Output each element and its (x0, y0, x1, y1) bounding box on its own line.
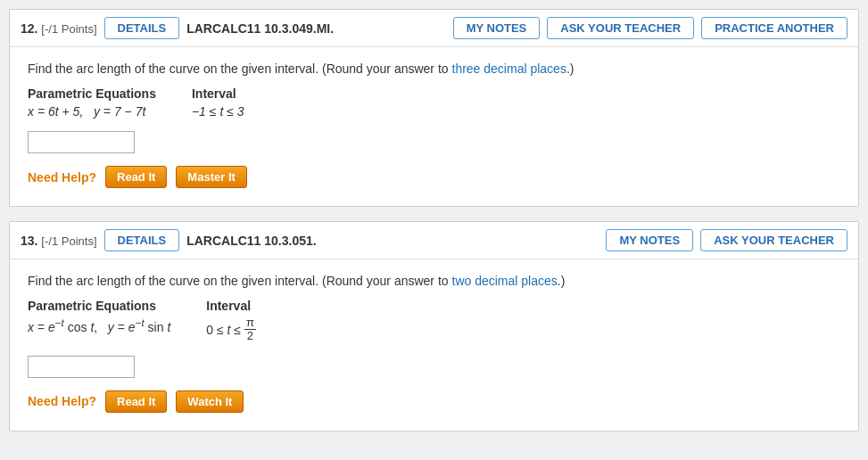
my-notes-button-13[interactable]: MY NOTES (606, 229, 693, 251)
question-12-header: 12. [-/1 Points] DETAILS LARCALC11 10.3.… (10, 10, 858, 47)
read-it-button-13[interactable]: Read It (105, 390, 167, 413)
param-eq-label-12: Parametric Equations (28, 86, 156, 101)
question-13-table: Parametric Equations x = e−t cos t, y = … (28, 299, 840, 343)
details-button-13[interactable]: DETAILS (104, 229, 180, 251)
need-help-12: Need Help? Read It Master It (28, 166, 840, 188)
practice-another-button-12[interactable]: PRACTICE ANOTHER (701, 17, 847, 39)
problem-code-12: LARCALC11 10.3.049.MI. (186, 21, 445, 36)
question-12-table: Parametric Equations x = 6t + 5, y = 7 −… (28, 86, 840, 119)
equation-12: x = 6t + 5, y = 7 − 7t (28, 104, 156, 119)
details-button-12[interactable]: DETAILS (104, 17, 180, 39)
answer-input-13[interactable] (28, 356, 135, 378)
question-12-body: Find the arc length of the curve on the … (10, 47, 858, 206)
question-12-block: 12. [-/1 Points] DETAILS LARCALC11 10.3.… (9, 9, 859, 207)
ask-teacher-button-12[interactable]: ASK YOUR TEACHER (547, 17, 694, 39)
interval-col-12: Interval −1 ≤ t ≤ 3 (192, 86, 244, 119)
need-help-label-13: Need Help? (28, 394, 96, 408)
param-eq-label-13: Parametric Equations (28, 299, 170, 313)
problem-code-13: LARCALC11 10.3.051. (186, 234, 599, 248)
interval-label-12: Interval (192, 86, 244, 101)
need-help-label-12: Need Help? (28, 170, 96, 185)
param-eq-col-12: Parametric Equations x = 6t + 5, y = 7 −… (28, 86, 156, 119)
question-13-number: 13. [-/1 Points] (21, 234, 97, 248)
pi-fraction: π 2 (244, 316, 256, 343)
question-12-number: 12. [-/1 Points] (21, 21, 97, 36)
master-it-button-12[interactable]: Master It (176, 166, 246, 188)
question-13-header: 13. [-/1 Points] DETAILS LARCALC11 10.3.… (10, 222, 858, 259)
ask-teacher-button-13[interactable]: ASK YOUR TEACHER (700, 229, 847, 251)
interval-12: −1 ≤ t ≤ 3 (192, 104, 244, 119)
read-it-button-12[interactable]: Read It (105, 166, 167, 188)
question-13-text: Find the arc length of the curve on the … (28, 274, 840, 288)
answer-input-12[interactable] (28, 131, 135, 153)
interval-col-13: Interval 0 ≤ t ≤ π 2 (206, 299, 256, 343)
need-help-13: Need Help? Read It Watch It (28, 390, 840, 413)
equation-13: x = e−t cos t, y = e−t sin t (28, 316, 170, 334)
question-12-text: Find the arc length of the curve on the … (28, 62, 840, 76)
interval-label-13: Interval (206, 299, 256, 313)
param-eq-col-13: Parametric Equations x = e−t cos t, y = … (28, 299, 170, 343)
page-wrapper: 12. [-/1 Points] DETAILS LARCALC11 10.3.… (0, 0, 868, 440)
my-notes-button-12[interactable]: MY NOTES (453, 17, 541, 39)
question-13-body: Find the arc length of the curve on the … (10, 259, 858, 431)
interval-13: 0 ≤ t ≤ π 2 (206, 316, 256, 343)
question-13-block: 13. [-/1 Points] DETAILS LARCALC11 10.3.… (9, 221, 859, 431)
watch-it-button-13[interactable]: Watch It (176, 390, 244, 413)
